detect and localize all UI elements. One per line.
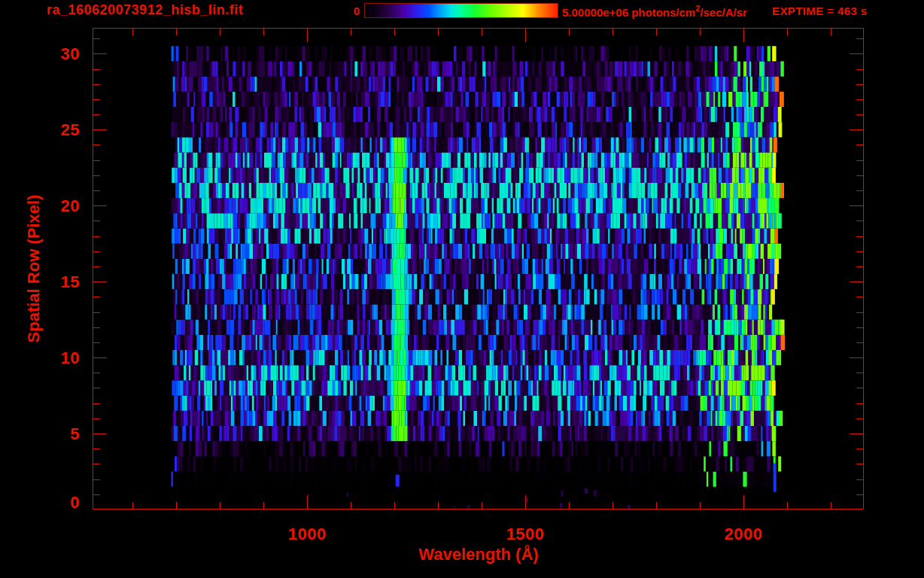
- x-tick-label: 1000: [288, 525, 327, 544]
- y-tick-label: 20: [0, 196, 80, 216]
- x-axis-title: Wavelength (Å): [418, 545, 538, 564]
- colorbar-units-label: 5.00000e+06 photons/cm2/sec/A/sr: [562, 5, 747, 19]
- y-axis-title: Spatial Row (Pixel): [24, 195, 44, 343]
- colorbar-units-pre: photons/cm: [628, 6, 695, 19]
- colorbar-min-label: 0: [331, 5, 360, 17]
- x-tick-label: 2000: [725, 525, 763, 544]
- colorbar-units-post: /sec/A/sr: [700, 6, 747, 19]
- y-tick-label: 30: [0, 44, 80, 64]
- colorbar-gradient: [364, 3, 558, 18]
- x-tick-label: 1500: [506, 525, 545, 544]
- file-title: ra_160620073912_hisb_lin.fit: [47, 2, 243, 18]
- y-tick-label: 15: [0, 272, 80, 292]
- y-tick-label: 25: [0, 120, 80, 140]
- colorbar-units-sup: 2: [695, 4, 700, 13]
- spectral-image-canvas[interactable]: [93, 28, 864, 510]
- exptime-label: EXPTIME = 463 s: [772, 5, 867, 17]
- y-tick-label: 0: [0, 493, 80, 513]
- colorbar-max-value: 5.00000e+06: [562, 6, 628, 19]
- y-tick-label: 5: [0, 424, 80, 444]
- y-tick-label: 10: [0, 348, 80, 368]
